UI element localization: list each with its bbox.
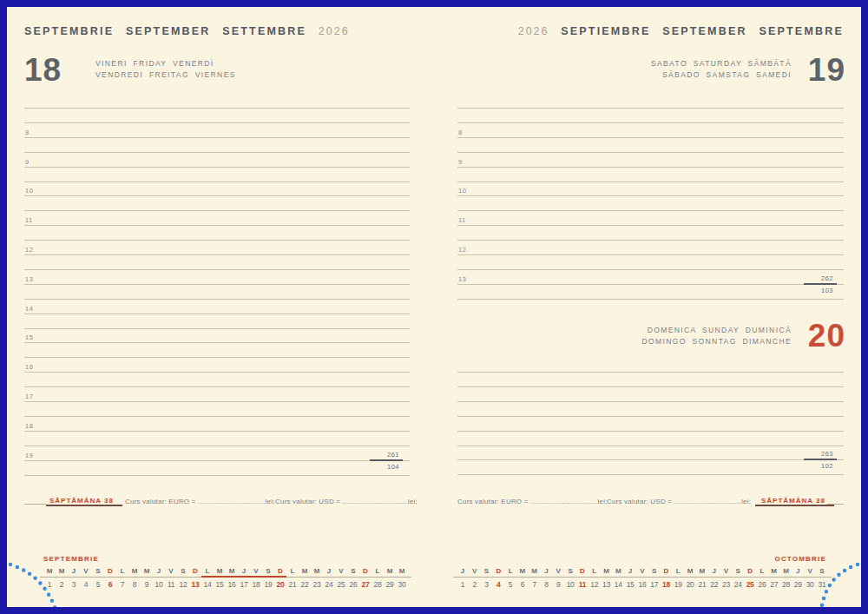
ruled-line <box>457 386 844 387</box>
calendar-day-number: 24 <box>323 580 335 589</box>
calendar-day-letter: V <box>335 567 347 575</box>
ruled-line <box>457 416 844 417</box>
left-currency-eur: Curs valutar: EURO = ...................… <box>125 498 275 505</box>
calendar-day-number: 28 <box>372 580 384 589</box>
calendar-day-number: 7 <box>116 580 128 589</box>
calendar-day-number: 26 <box>756 580 768 589</box>
september-mini-calendar: MMJVSDLMMJVSDLMMJVSDLMMJVSDLMM1234567891… <box>43 567 408 591</box>
day-marker-line <box>370 459 403 461</box>
ruled-line <box>24 240 410 241</box>
calendar-day-letter: M <box>128 567 141 575</box>
sunday-names-line1: DOMENICA SUNDAY DUMINICĂ <box>641 325 792 336</box>
calendar-day-letter: D <box>492 567 504 575</box>
ruled-line <box>24 299 410 300</box>
hour-label: 18 <box>25 422 33 430</box>
page-curl-dots-right-icon <box>792 558 861 607</box>
hour-label: 13 <box>25 275 33 283</box>
right-year: 2026 <box>518 25 549 37</box>
calendar-day-number: 17 <box>238 580 250 589</box>
calendar-day-letter: V <box>469 567 481 575</box>
ruled-line <box>24 460 410 461</box>
calendar-day-number: 7 <box>529 580 541 589</box>
calendar-day-letter: S <box>347 567 359 575</box>
ruled-line <box>24 137 410 138</box>
calendar-day-number: 22 <box>299 580 311 589</box>
sunday-names-line2: DOMINGO SONNTAG DIMANCHE <box>641 336 792 347</box>
ruled-line <box>24 269 410 270</box>
ruled-line <box>24 195 410 196</box>
calendar-day-number: 15 <box>214 580 226 589</box>
calendar-day-number: 12 <box>589 580 601 589</box>
ruled-line <box>457 254 844 255</box>
calendar-day-letter: S <box>481 567 493 575</box>
calendar-day-letter: S <box>177 567 189 575</box>
day-marker-line <box>804 459 837 460</box>
calendar-day-letter: D <box>274 567 286 575</box>
hour-label: 11 <box>458 216 466 224</box>
calendar-day-number: 8 <box>541 580 553 589</box>
hour-label: 16 <box>25 363 33 371</box>
calendar-day-number: 26 <box>347 580 359 589</box>
hour-label: 12 <box>25 246 33 254</box>
ruled-line <box>24 210 410 211</box>
ruled-line <box>24 314 410 314</box>
calendar-day-number: 5 <box>504 580 516 589</box>
calendar-day-number: 20 <box>684 580 696 589</box>
calendar-day-number: 19 <box>262 580 274 589</box>
calendar-day-letter: J <box>708 567 720 575</box>
calendar-day-number: 11 <box>165 580 177 589</box>
ruled-line <box>457 284 844 285</box>
calendar-day-number: 27 <box>359 580 372 589</box>
ruled-line <box>24 431 410 432</box>
calendar-day-number: 6 <box>104 580 116 589</box>
calendar-day-letter: L <box>672 567 684 575</box>
ruled-line <box>457 182 844 182</box>
calendar-day-number: 25 <box>335 580 347 589</box>
calendar-day-letter: M <box>311 567 323 575</box>
right-week-underline <box>755 505 834 506</box>
hour-label: 14 <box>25 305 33 313</box>
calendar-day-letter: J <box>153 567 165 575</box>
calendar-day-number: 20 <box>274 580 286 589</box>
current-week-underline <box>201 576 286 578</box>
ruled-line <box>24 182 410 182</box>
calendar-day-letter: L <box>286 567 299 575</box>
friday-names-line1: VINERI FRIDAY VENERDÌ <box>95 58 236 69</box>
right-week-rule <box>827 504 844 505</box>
calendar-day-number: 1 <box>457 580 469 589</box>
ruled-line <box>457 122 844 123</box>
ruled-line <box>24 446 410 446</box>
calendar-day-letter: J <box>624 567 636 575</box>
ruled-line <box>24 284 410 285</box>
sunday-day-number: 20 <box>808 320 845 353</box>
hour-label: 10 <box>458 187 466 195</box>
calendar-day-number: 5 <box>92 580 104 589</box>
calendar-day-number: 21 <box>696 580 708 589</box>
calendar-day-letter: M <box>612 567 624 575</box>
calendar-day-letter: M <box>529 567 541 575</box>
calendar-day-letter: J <box>323 567 335 575</box>
saturday-hour-grid: 8910111213262103 <box>457 108 844 302</box>
left-week-rule <box>24 504 46 505</box>
calendar-day-letter: M <box>384 567 396 575</box>
calendar-day-number: 29 <box>384 580 396 589</box>
hour-label: 12 <box>458 246 466 254</box>
calendar-day-number: 18 <box>250 580 262 589</box>
calendar-day-number: 10 <box>153 580 165 589</box>
ruled-line <box>24 416 410 417</box>
ruled-line <box>457 167 844 168</box>
day-of-year: 261 <box>387 451 399 459</box>
hour-label: 9 <box>25 158 30 166</box>
saturday-day-number: 19 <box>808 54 845 87</box>
ruled-line <box>24 475 410 476</box>
calendar-day-letter: S <box>648 567 661 575</box>
friday-hour-grid: 8910111213141516171819261104 <box>24 108 410 478</box>
days-remaining: 102 <box>821 462 833 470</box>
calendar-day-number: 21 <box>286 580 299 589</box>
hour-label: 13 <box>458 275 466 283</box>
ruled-line <box>457 299 844 300</box>
ruled-line <box>24 225 410 226</box>
friday-day-names: VINERI FRIDAY VENERDÌ VENDREDI FREITAG V… <box>95 58 236 80</box>
ruled-line <box>24 328 410 329</box>
calendar-day-letter: J <box>457 567 469 575</box>
